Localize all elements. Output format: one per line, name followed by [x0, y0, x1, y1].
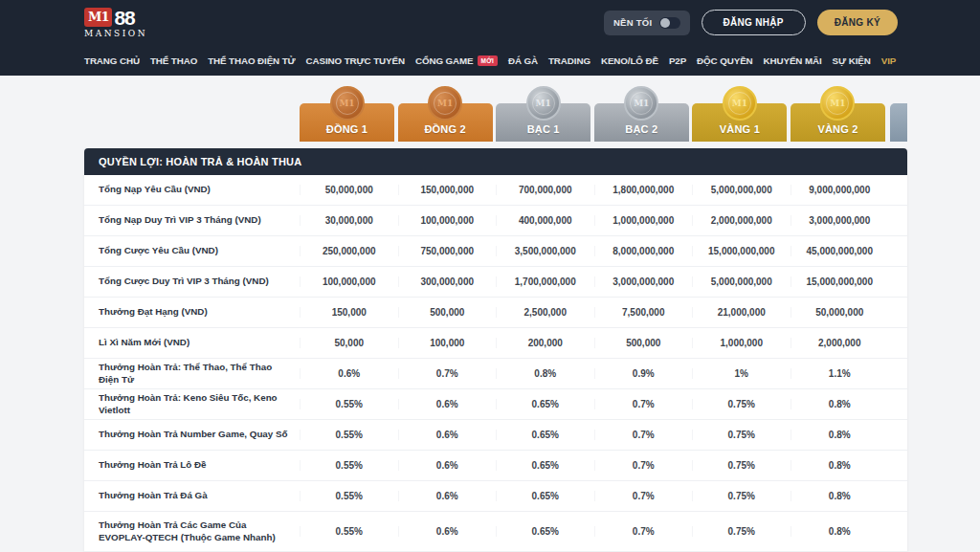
nav-item-cong-game[interactable]: CỔNG GAMEMỚI	[415, 55, 498, 66]
nav-item-trang-chu[interactable]: TRANG CHỦ	[84, 55, 140, 66]
brand-logo-mark: M1 88	[84, 8, 135, 28]
table-row-thuong-hoan-tra-the-thao-the-thao-dien-t: Thưởng Hoàn Trả: Thể Thao, Thể Thao Điện…	[84, 359, 907, 389]
logo-88-text: 88	[114, 8, 134, 28]
row-label: Tổng Nạp Duy Trì VIP 3 Tháng (VND)	[84, 214, 300, 226]
row-value: 500,000	[398, 307, 497, 318]
nav-item-p2p[interactable]: P2P	[669, 55, 686, 66]
table-row-thuong-hoan-tra-lo-de: Thưởng Hoàn Trả Lô Đề0.55%0.6%0.65%0.7%0…	[84, 451, 907, 481]
nav-item-label: ĐỘC QUYỀN	[697, 55, 752, 66]
nav-item-da-ga[interactable]: ĐÁ GÀ	[508, 55, 538, 66]
nav-item-doc-quyen[interactable]: ĐỘC QUYỀN	[697, 55, 752, 66]
row-value: 0.7%	[594, 399, 693, 409]
site-header: M1 88 MANSION NỀN TỐI ĐĂNG NHẬP ĐĂNG KÝ …	[0, 0, 980, 76]
row-value: 0.8%	[791, 526, 889, 537]
row-value: 2,000,000	[791, 338, 889, 348]
row-value: 0.55%	[300, 430, 398, 440]
row-value: 5,000,000,000	[692, 185, 791, 195]
nav-item-khuyen-mai[interactable]: KHUYẾN MÃI	[764, 55, 822, 66]
medal-icon: M1	[820, 86, 855, 121]
login-button[interactable]: ĐĂNG NHẬP	[702, 10, 806, 35]
row-value: 0.65%	[496, 430, 594, 440]
nav-item-label: P2P	[669, 55, 686, 66]
table-row-tong-cuoc-yeu-cau-vnd: Tổng Cược Yêu Cầu (VND)250,000,000750,00…	[84, 236, 907, 267]
row-value: 0.6%	[398, 399, 497, 409]
medal-monogram: M1	[437, 99, 453, 108]
nav-item-label: SỰ KIỆN	[833, 55, 871, 66]
nav-item-the-thao[interactable]: THỂ THAO	[150, 55, 197, 66]
nav-item-casino-truc-tuyen[interactable]: CASINO TRỰC TUYẾN	[306, 55, 405, 66]
tier-tab-dong-2[interactable]: M1ĐỒNG 2	[398, 86, 493, 142]
row-value: 100,000	[398, 338, 497, 348]
row-value: 200,000	[496, 338, 594, 348]
tier-tab-bac-2[interactable]: M1BẠC 2	[594, 86, 689, 142]
row-value: 3,000,000,000	[791, 215, 889, 226]
header-top-bar: M1 88 MANSION NỀN TỐI ĐĂNG NHẬP ĐĂNG KÝ	[0, 0, 980, 45]
row-value: 0.7%	[398, 368, 497, 379]
tier-tabs: M1ĐỒNG 1M1ĐỒNG 2M1BẠC 1M1BẠC 2M1VÀNG 1M1…	[300, 86, 889, 142]
row-value: 0.75%	[692, 399, 791, 409]
row-value: 0.6%	[398, 491, 497, 501]
tier-tab-vang-1[interactable]: M1VÀNG 1	[692, 86, 787, 142]
brand-logo[interactable]: M1 88 MANSION	[84, 8, 147, 38]
row-value: 50,000,000	[791, 307, 889, 318]
row-label: Thưởng Hoàn Trả Lô Đề	[84, 459, 300, 471]
row-value: 250,000,000	[300, 246, 398, 256]
nav-item-the-thao-dien-tu[interactable]: THỂ THAO ĐIỆN TỬ	[208, 55, 295, 66]
tier-tab-vang-2[interactable]: M1VÀNG 2	[791, 86, 885, 142]
row-value: 1,000,000,000	[594, 215, 693, 226]
nav-item-keno-lo-de[interactable]: KENO/LÔ ĐỀ	[601, 55, 658, 66]
row-value: 50,000	[300, 338, 398, 348]
row-value: 750,000,000	[398, 246, 497, 256]
row-value: 0.75%	[692, 460, 791, 471]
toggle-knob	[660, 18, 670, 28]
row-value: 0.8%	[791, 491, 889, 501]
row-value: 30,000,000	[300, 215, 398, 226]
nav-item-label: VIP	[881, 55, 897, 66]
row-value: 0.55%	[300, 399, 398, 409]
row-value: 1.1%	[791, 368, 889, 379]
row-value: 50,000,000	[300, 185, 398, 195]
tier-tab-dong-1[interactable]: M1ĐỒNG 1	[300, 86, 394, 142]
row-value: 0.8%	[791, 460, 889, 471]
table-row-thuong-hoan-tra-keno-sieu-toc-keno-vietl: Thưởng Hoàn Trả: Keno Siêu Tốc, Keno Vie…	[84, 389, 907, 420]
row-label: Lì Xì Năm Mới (VND)	[84, 337, 300, 348]
row-value: 0.65%	[496, 491, 594, 501]
tier-tab-partial-platinum[interactable]	[890, 103, 907, 142]
row-value: 0.7%	[594, 430, 693, 440]
row-value: 700,000,000	[496, 185, 594, 195]
dark-mode-toggle[interactable]: NỀN TỐI	[604, 11, 690, 35]
row-label: Thưởng Hoàn Trả Number Game, Quay Số	[84, 429, 300, 440]
row-value: 0.6%	[398, 526, 497, 537]
row-value: 0.55%	[300, 526, 398, 537]
table-section-title: QUYỀN LỢI: HOÀN TRẢ & HOÀN THUA	[99, 156, 301, 167]
register-button[interactable]: ĐĂNG KÝ	[817, 10, 898, 35]
nav-item-su-kien[interactable]: SỰ KIỆN	[833, 55, 871, 66]
nav-item-label: TRANG CHỦ	[84, 55, 140, 66]
nav-item-label: CỔNG GAME	[415, 55, 474, 66]
tier-tab-bac-1[interactable]: M1BẠC 1	[496, 86, 590, 142]
table-row-tong-nap-yeu-cau-vnd: Tổng Nạp Yêu Cầu (VND)50,000,000150,000,…	[84, 175, 907, 206]
table-row-thuong-dat-hang-vnd: Thưởng Đạt Hạng (VND)150,000500,0002,500…	[84, 298, 907, 328]
row-label: Thưởng Hoàn Trả: Thể Thao, Thể Thao Điện…	[84, 362, 300, 385]
toggle-switch-icon[interactable]	[659, 17, 680, 29]
table-body: Tổng Nạp Yêu Cầu (VND)50,000,000150,000,…	[84, 175, 907, 552]
row-value: 1%	[692, 368, 791, 379]
table-row-tong-cuoc-duy-tri-vip-3-thang-vnd: Tổng Cược Duy Trì VIP 3 Tháng (VND)100,0…	[84, 267, 907, 298]
row-value: 0.75%	[692, 491, 791, 501]
table-row-thuong-hoan-tra-cac-game-cua-evoplay-qte: Thưởng Hoàn Trả Các Game Của EVOPLAY-QTE…	[84, 512, 907, 552]
row-value: 500,000	[594, 338, 693, 348]
row-value: 9,000,000,000	[791, 185, 889, 195]
nav-item-vip[interactable]: VIP	[881, 55, 897, 66]
row-value: 3,500,000,000	[496, 246, 594, 256]
nav-item-trading[interactable]: TRADING	[548, 55, 590, 66]
page: M1 88 MANSION NỀN TỐI ĐĂNG NHẬP ĐĂNG KÝ …	[0, 0, 980, 552]
row-value: 100,000,000	[300, 276, 398, 287]
dark-mode-label: NỀN TỐI	[613, 17, 653, 28]
row-label: Tổng Nạp Yêu Cầu (VND)	[84, 184, 300, 195]
row-value: 7,500,000	[594, 307, 693, 318]
row-value: 0.9%	[594, 368, 693, 379]
row-value: 3,000,000,000	[594, 276, 693, 287]
medal-monogram: M1	[536, 99, 551, 108]
row-value: 15,000,000,000	[791, 276, 889, 287]
row-value: 1,800,000,000	[594, 185, 693, 195]
